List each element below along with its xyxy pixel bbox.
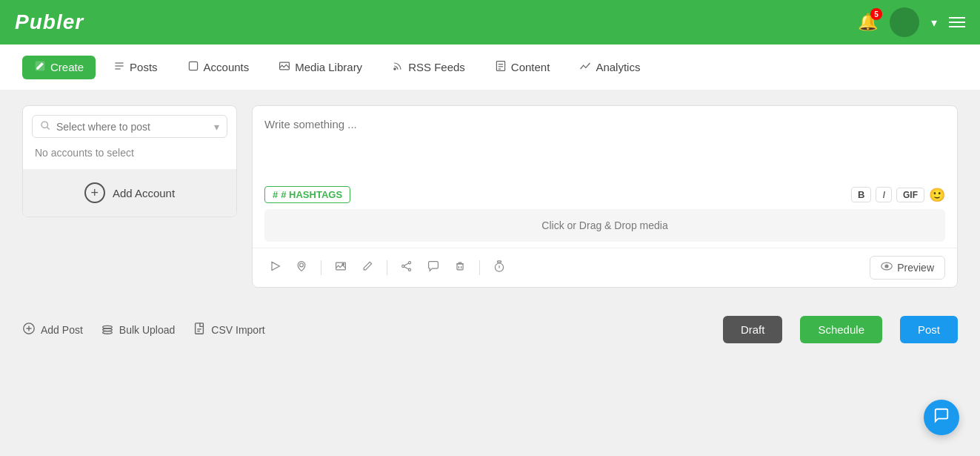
hashtags-label: # HASHTAGS [281, 189, 342, 200]
share-button[interactable] [396, 257, 417, 278]
nav-posts[interactable]: Posts [101, 56, 170, 79]
csv-import-button[interactable]: CSV Import [193, 322, 264, 338]
svg-point-11 [41, 122, 47, 128]
nav-content[interactable]: Content [483, 56, 562, 79]
create-icon [34, 60, 46, 75]
editor-toolbar-top: # # HASHTAGS B I GIF 🙂 [253, 180, 957, 209]
svg-rect-25 [498, 261, 501, 262]
no-accounts-text: No accounts to select [32, 138, 227, 162]
timer-button[interactable] [489, 257, 510, 278]
location-button[interactable] [291, 257, 312, 278]
avatar-chevron-icon[interactable]: ▾ [931, 16, 937, 30]
editor-bottom-toolbar: Preview [253, 248, 957, 287]
gif-button[interactable]: GIF [896, 188, 924, 202]
comment-button[interactable] [423, 257, 444, 278]
csv-import-icon [193, 322, 206, 338]
nav-create-label: Create [50, 61, 84, 73]
svg-point-6 [394, 67, 396, 69]
separator-3 [479, 260, 480, 275]
svg-line-21 [404, 263, 409, 265]
account-search-row: ▾ [32, 115, 227, 138]
nav-analytics-label: Analytics [596, 61, 640, 73]
edit-button[interactable] [357, 257, 378, 278]
nav-accounts-label: Accounts [204, 61, 250, 73]
bold-button[interactable]: B [851, 187, 871, 202]
topbar: Publer 🔔 5 ▾ [0, 0, 980, 44]
add-post-button[interactable]: Add Post [22, 322, 83, 338]
topbar-right: 🔔 5 ▾ [858, 7, 965, 37]
main-content: ▾ No accounts to select + Add Account # … [0, 90, 980, 303]
notification-bell[interactable]: 🔔 5 [858, 13, 878, 32]
post-button[interactable]: Post [900, 316, 958, 343]
separator-2 [387, 260, 387, 275]
emoji-button[interactable]: 🙂 [929, 187, 945, 203]
svg-rect-22 [457, 264, 463, 270]
svg-line-20 [404, 267, 409, 269]
image-button[interactable] [330, 257, 351, 278]
bulk-upload-button[interactable]: Bulk Upload [101, 322, 176, 338]
nav-analytics[interactable]: Analytics [567, 56, 652, 79]
draft-button[interactable]: Draft [723, 316, 783, 343]
hamburger-menu[interactable] [949, 17, 965, 27]
hashtag-icon: # [273, 189, 278, 200]
account-selector: ▾ No accounts to select + Add Account [22, 105, 237, 217]
add-account-button[interactable]: + Add Account [23, 169, 236, 217]
bottom-bar: Add Post Bulk Upload CSV Import Draft Sc… [0, 303, 980, 357]
preview-label: Preview [897, 262, 934, 274]
nav-create[interactable]: Create [22, 56, 96, 79]
rss-icon [392, 60, 404, 75]
svg-point-28 [885, 265, 888, 268]
svg-point-19 [402, 265, 404, 267]
svg-rect-35 [196, 323, 204, 333]
editor-panel: # # HASHTAGS B I GIF 🙂 Click or Drag & D… [252, 105, 958, 288]
add-post-label: Add Post [41, 324, 83, 336]
csv-import-label: CSV Import [211, 324, 264, 336]
bulk-upload-label: Bulk Upload [119, 324, 176, 336]
add-post-icon [22, 322, 36, 338]
dropdown-chevron-icon[interactable]: ▾ [214, 121, 219, 133]
italic-button[interactable]: I [876, 187, 892, 202]
plus-circle-icon: + [84, 182, 105, 203]
editor-textarea-area [253, 106, 957, 180]
avatar[interactable] [890, 7, 919, 37]
svg-point-18 [408, 268, 410, 271]
svg-line-12 [47, 127, 49, 129]
svg-point-14 [300, 263, 304, 267]
accounts-icon [187, 60, 199, 75]
preview-button[interactable]: Preview [870, 256, 945, 280]
nav-content-label: Content [511, 61, 550, 73]
hashtags-button[interactable]: # # HASHTAGS [264, 186, 350, 203]
schedule-button[interactable]: Schedule [800, 316, 882, 343]
search-input[interactable] [56, 121, 208, 133]
svg-point-34 [103, 331, 113, 334]
app-logo: Publer [15, 10, 84, 34]
notification-badge: 5 [870, 8, 882, 20]
editor-textarea[interactable] [264, 118, 945, 177]
search-icon [40, 120, 50, 133]
nav-rss-feeds-label: RSS Feeds [408, 61, 465, 73]
add-account-label: Add Account [113, 187, 175, 199]
format-buttons: B I GIF 🙂 [851, 187, 945, 203]
nav-accounts[interactable]: Accounts [176, 56, 261, 79]
separator-1 [321, 260, 321, 275]
eye-icon [881, 260, 893, 275]
media-drop-zone[interactable]: Click or Drag & Drop media [264, 209, 945, 242]
chat-fab-button[interactable] [924, 400, 959, 435]
nav-posts-label: Posts [130, 61, 158, 73]
chat-icon [933, 407, 950, 428]
svg-marker-13 [272, 262, 279, 270]
nav-media-library-label: Media Library [295, 61, 362, 73]
delete-button[interactable] [450, 257, 470, 278]
svg-point-16 [342, 263, 344, 265]
media-library-icon [279, 60, 290, 75]
left-panel: ▾ No accounts to select + Add Account [22, 105, 237, 217]
subnav: Create Posts Accounts Media Library RSS … [0, 44, 980, 90]
analytics-icon [579, 60, 591, 75]
svg-rect-4 [189, 62, 197, 70]
nav-rss-feeds[interactable]: RSS Feeds [380, 56, 477, 79]
content-icon [495, 60, 507, 75]
bulk-upload-icon [101, 322, 114, 338]
schedule-time-button[interactable] [264, 257, 285, 278]
posts-icon [113, 60, 125, 75]
nav-media-library[interactable]: Media Library [267, 56, 374, 79]
